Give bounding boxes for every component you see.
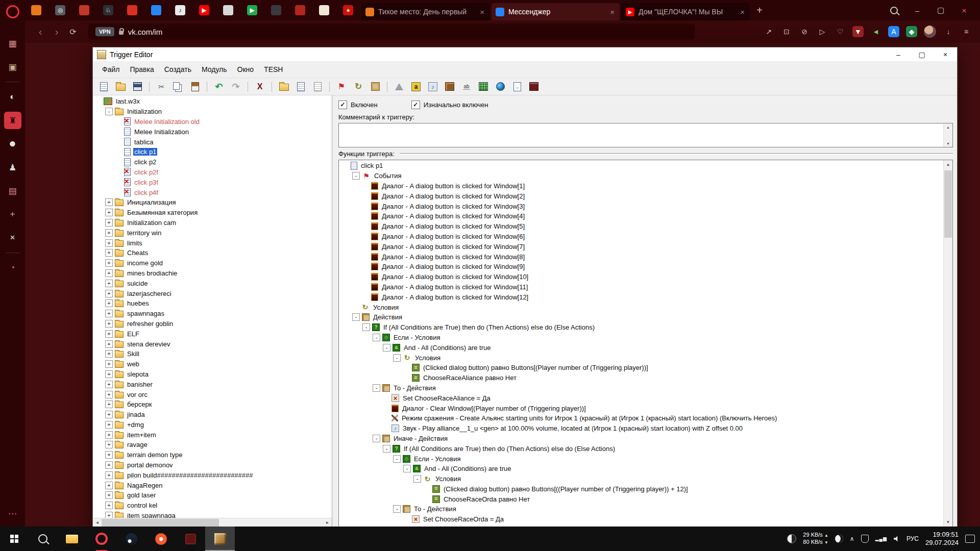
game-icon[interactable]: ♜ bbox=[4, 112, 21, 129]
function-row[interactable]: - То - Действия bbox=[340, 504, 941, 514]
browser-icon[interactable] bbox=[146, 527, 176, 551]
tools-icon[interactable]: + bbox=[4, 206, 21, 223]
settings-icon[interactable]: ≡ bbox=[961, 26, 972, 37]
function-row[interactable]: - Условия bbox=[340, 353, 941, 363]
pinned-site-icon[interactable]: ♘ bbox=[103, 5, 113, 15]
tree-expander[interactable]: - bbox=[393, 505, 401, 513]
function-row[interactable]: (Clicked dialog button) равно Buttons[((… bbox=[340, 484, 941, 494]
shield-off-icon[interactable]: ⊘ bbox=[799, 26, 810, 37]
tree-expander[interactable]: - bbox=[393, 455, 401, 463]
security-tray-icon[interactable] bbox=[861, 535, 869, 543]
wallet-icon[interactable]: ◆ bbox=[906, 26, 917, 37]
tree-row[interactable]: Melee Initialization old bbox=[93, 117, 332, 127]
function-row[interactable]: - События bbox=[340, 171, 941, 181]
hidden-icons-chevron[interactable]: ∧ bbox=[850, 535, 854, 542]
tree-expander[interactable] bbox=[115, 129, 122, 135]
undo-icon[interactable]: ↶ bbox=[211, 79, 227, 94]
function-row[interactable]: Set ChooseRaceOrda = Да bbox=[340, 514, 941, 524]
cut-icon[interactable]: ✂ bbox=[154, 79, 169, 94]
tree-expander[interactable]: + bbox=[105, 290, 113, 297]
tree-row[interactable]: + banisher bbox=[93, 379, 332, 389]
back-button[interactable]: ‹ bbox=[32, 23, 48, 40]
new-comment-icon[interactable] bbox=[310, 79, 325, 94]
function-row[interactable]: Диалог - A dialog button is clicked for … bbox=[340, 221, 941, 232]
prism-icon[interactable] bbox=[391, 79, 407, 94]
enabled-checkbox[interactable]: ✓ bbox=[338, 101, 347, 109]
tree-expander[interactable] bbox=[115, 179, 122, 186]
new-category-icon[interactable] bbox=[276, 79, 291, 94]
tree-expander[interactable]: + bbox=[105, 259, 113, 267]
scroll-left-icon[interactable]: ◄ bbox=[93, 518, 102, 527]
tree-expander[interactable]: - bbox=[403, 465, 411, 472]
tree-row[interactable]: + control kel bbox=[93, 500, 332, 511]
tree-expander[interactable]: + bbox=[105, 198, 113, 206]
pinned-site-icon[interactable]: ♪ bbox=[175, 5, 185, 15]
tree-expander[interactable] bbox=[424, 486, 430, 492]
network-icon[interactable]: ▂▄▆ bbox=[875, 536, 887, 541]
tree-expander[interactable]: + bbox=[105, 471, 113, 479]
new-condition-icon[interactable]: ↻ bbox=[351, 79, 366, 94]
mask-icon[interactable]: ◐ bbox=[4, 88, 21, 106]
horizontal-scrollbar[interactable]: ◄ ► bbox=[93, 518, 332, 527]
tree-row[interactable]: + Cheats bbox=[93, 248, 332, 258]
function-row[interactable]: - If (All Conditions are True) then do (… bbox=[340, 443, 941, 454]
tree-row[interactable]: Melee Initialization bbox=[93, 127, 332, 137]
tree-row[interactable]: click p3f bbox=[93, 177, 332, 187]
function-row[interactable]: Звук - Play alliance__1_u <gen> at 100.0… bbox=[340, 423, 941, 434]
tree-expander[interactable] bbox=[115, 189, 122, 196]
tree-row[interactable]: + huebes bbox=[93, 298, 332, 309]
heart-icon[interactable]: ♡ bbox=[835, 26, 846, 37]
cart-icon[interactable]: ▤ bbox=[4, 182, 21, 199]
new-map-icon[interactable] bbox=[96, 79, 111, 94]
tree-expander[interactable] bbox=[95, 98, 102, 105]
tree-row[interactable]: + terrain demon type bbox=[93, 450, 332, 460]
comment-scrollbar[interactable]: ▲ ▼ bbox=[943, 123, 952, 147]
tree-expander[interactable] bbox=[362, 294, 369, 300]
menu-module[interactable]: Модуль bbox=[197, 65, 232, 73]
tree-row[interactable]: + web bbox=[93, 359, 332, 369]
export-script-icon[interactable]: → bbox=[509, 79, 525, 94]
tree-expander[interactable]: - bbox=[383, 445, 390, 453]
pinned-site-icon[interactable]: ◎ bbox=[55, 5, 65, 15]
tree-row[interactable]: + +dmg bbox=[93, 420, 332, 430]
vertical-scrollbar[interactable]: ▲ ▼ bbox=[943, 160, 952, 527]
tree-row[interactable]: + item spawnnaga bbox=[93, 511, 332, 518]
function-row[interactable]: Режим сражения - Create Альянс starting … bbox=[340, 413, 941, 423]
function-row[interactable]: Условия bbox=[340, 302, 941, 312]
pinned-site-icon[interactable] bbox=[295, 5, 305, 15]
opera-gx-logo-icon[interactable] bbox=[6, 5, 19, 18]
tree-row[interactable]: + mines brodiachie bbox=[93, 268, 332, 279]
tree-expander[interactable] bbox=[383, 415, 389, 421]
tree-expander[interactable]: + bbox=[105, 370, 113, 378]
tree-row[interactable]: + spawnnagas bbox=[93, 309, 332, 319]
tree-expander[interactable] bbox=[383, 405, 389, 412]
sidebar-more-icon[interactable]: ⋯ bbox=[8, 508, 17, 519]
function-row[interactable]: Диалог - A dialog button is clicked for … bbox=[340, 272, 941, 282]
browser-minimize-button[interactable]: – bbox=[908, 2, 927, 19]
menu-file[interactable]: Файл bbox=[97, 65, 125, 73]
tree-expander[interactable]: - bbox=[352, 313, 360, 321]
ranks-icon[interactable]: ♟ bbox=[4, 159, 21, 176]
function-row[interactable]: - Если - Условия bbox=[340, 454, 941, 464]
menu-create[interactable]: Создать bbox=[159, 65, 197, 73]
tree-expander[interactable]: + bbox=[105, 360, 113, 368]
function-row[interactable]: click p1 bbox=[340, 161, 941, 171]
browser-close-button[interactable]: × bbox=[954, 2, 974, 19]
scroll-right-icon[interactable]: ► bbox=[323, 518, 332, 527]
tree-expander[interactable] bbox=[362, 273, 369, 280]
world-icon[interactable] bbox=[493, 79, 508, 94]
syntax-highlight-icon[interactable]: a bbox=[408, 79, 424, 94]
url-field[interactable]: VPN vk.com/im bbox=[88, 23, 695, 40]
tree-expander[interactable]: + bbox=[105, 330, 113, 338]
tree-expander[interactable] bbox=[424, 496, 430, 503]
tree-row[interactable]: + income gold bbox=[93, 258, 332, 268]
start-button[interactable] bbox=[0, 527, 29, 551]
language-indicator[interactable]: РУС bbox=[906, 535, 919, 542]
scroll-up-icon[interactable]: ▲ bbox=[944, 160, 952, 169]
battle-icon[interactable]: × bbox=[4, 229, 21, 246]
function-row[interactable]: - If (All Conditions are True) then do (… bbox=[340, 322, 941, 333]
initially-on-checkbox[interactable]: ✓ bbox=[411, 101, 420, 109]
tab-search-icon[interactable] bbox=[884, 2, 903, 19]
tree-row[interactable]: + ELF bbox=[93, 329, 332, 339]
tree-expander[interactable]: - bbox=[413, 475, 421, 483]
